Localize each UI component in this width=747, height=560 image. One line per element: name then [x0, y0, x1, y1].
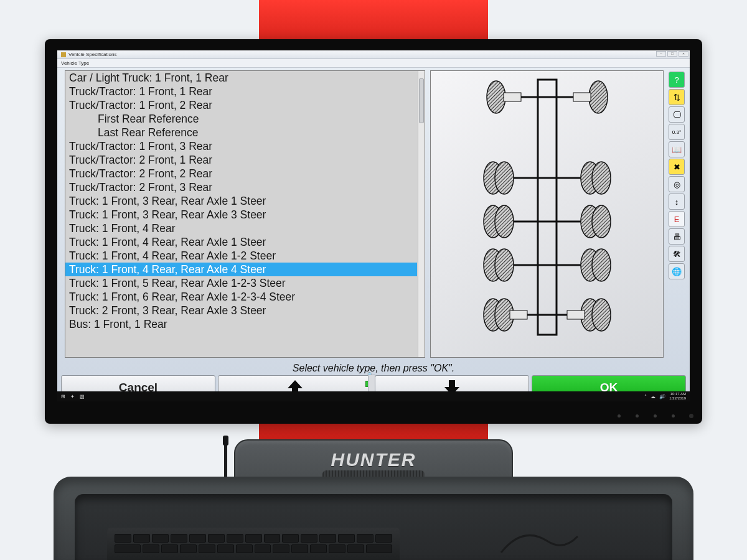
window-titlebar[interactable]: Vehicle Specifications – □ ×	[57, 50, 690, 59]
window-title: Vehicle Specifications	[68, 52, 116, 57]
list-item[interactable]: First Rear Reference	[65, 112, 417, 126]
chassis-diagram	[466, 73, 628, 341]
list-item[interactable]: Truck: 1 Front, 3 Rear, Rear Axle 3 Stee…	[65, 208, 417, 222]
x-icon[interactable]: ✖	[669, 159, 685, 175]
cable	[498, 529, 579, 556]
equipment-column-top	[259, 0, 488, 44]
tray-up-icon[interactable]: ˄	[644, 394, 647, 399]
book-icon[interactable]: 📖	[669, 141, 685, 157]
list-item[interactable]: Truck: 2 Front, 3 Rear, Rear Axle 3 Stee…	[65, 304, 417, 317]
list-item[interactable]: Bus: 1 Front, 1 Rear	[65, 317, 417, 331]
list-item[interactable]: Truck: 1 Front, 3 Rear, Rear Axle 1 Stee…	[65, 194, 417, 208]
print-icon[interactable]: 🖶	[669, 228, 685, 245]
list-item[interactable]: Truck/Tractor: 1 Front, 1 Rear	[65, 85, 417, 98]
list-item[interactable]: Car / Light Truck: 1 Front, 1 Rear	[65, 71, 417, 85]
list-item[interactable]: Truck: 1 Front, 4 Rear, Rear Axle 1-2 St…	[65, 249, 417, 263]
maximize-button[interactable]: □	[667, 51, 677, 57]
monitor-icon[interactable]: 🖵	[669, 106, 685, 123]
scrollbar-thumb[interactable]	[419, 78, 424, 123]
monitor-frame: Vehicle Specifications – □ × Vehicle Typ…	[45, 39, 702, 424]
tray-cloud-icon[interactable]: ☁	[651, 394, 655, 399]
list-item[interactable]: Truck/Tractor: 2 Front, 2 Rear	[65, 167, 417, 180]
tray-volume-icon[interactable]: 🔊	[659, 394, 665, 399]
side-toolbar: ?⇅🖵0.3°📖✖◎↕E🖶🛠🌐	[669, 70, 685, 358]
keyboard[interactable]	[107, 528, 400, 560]
screen: Vehicle Specifications – □ × Vehicle Typ…	[57, 50, 690, 401]
list-item[interactable]: Truck: 1 Front, 4 Rear, Rear Axle 4 Stee…	[65, 263, 417, 276]
window-buttons: – □ ×	[656, 51, 688, 57]
list-item[interactable]: Truck: 1 Front, 4 Rear	[65, 222, 417, 235]
taskbar-app-icon[interactable]: ▧	[80, 394, 85, 399]
list-item[interactable]: Truck: 1 Front, 6 Rear, Rear Axle 1-2-3-…	[65, 290, 417, 304]
wheel-icon[interactable]: ◎	[669, 176, 685, 192]
menu-bar: Vehicle Type	[57, 59, 690, 68]
close-button[interactable]: ×	[679, 51, 688, 57]
help-icon[interactable]: ?	[669, 72, 685, 88]
brand-label: HUNTER	[235, 449, 512, 470]
taskbar-icon[interactable]: ✦	[70, 394, 75, 399]
chassis-preview	[430, 70, 664, 358]
instruction-text: Select vehicle type, then press "OK".	[57, 363, 690, 374]
globe-icon[interactable]: 🌐	[669, 263, 685, 279]
minimize-button[interactable]: –	[656, 51, 666, 57]
list-item[interactable]: Truck/Tractor: 2 Front, 1 Rear	[65, 153, 417, 167]
taskbar[interactable]: ⊞ ✦ ▧ ˄ ☁ 🔊 10:17 AM 1/22/2019	[57, 391, 690, 401]
start-icon[interactable]: ⊞	[61, 394, 65, 399]
list-item[interactable]: Truck: 1 Front, 4 Rear, Rear Axle 1 Stee…	[65, 235, 417, 249]
list-item[interactable]: Truck/Tractor: 1 Front, 3 Rear	[65, 139, 417, 153]
arrows-icon[interactable]: ↕	[669, 194, 685, 210]
list-item[interactable]: Truck/Tractor: 2 Front, 3 Rear	[65, 180, 417, 194]
list-item[interactable]: Last Rear Reference	[65, 126, 417, 139]
e-icon[interactable]: E	[669, 211, 685, 227]
menu-vehicle-type[interactable]: Vehicle Type	[61, 60, 89, 66]
clock-time: 10:17 AM	[670, 392, 686, 396]
monitor-indicator-dots	[618, 414, 675, 418]
app-icon	[61, 52, 66, 57]
clock-date: 1/22/2019	[669, 396, 686, 400]
list-scrollbar[interactable]	[418, 71, 425, 357]
tool-icon[interactable]: 🛠	[669, 246, 685, 262]
list-item[interactable]: Truck/Tractor: 1 Front, 2 Rear	[65, 98, 417, 112]
monitor-power-button[interactable]	[689, 414, 693, 418]
sensor-icon[interactable]: ⇅	[669, 89, 685, 105]
svg-rect-4	[538, 80, 557, 335]
angle-icon[interactable]: 0.3°	[669, 124, 685, 140]
list-item[interactable]: Truck: 1 Front, 5 Rear, Rear Axle 1-2-3 …	[65, 276, 417, 290]
vehicle-type-list[interactable]: Car / Light Truck: 1 Front, 1 RearTruck/…	[65, 70, 425, 358]
